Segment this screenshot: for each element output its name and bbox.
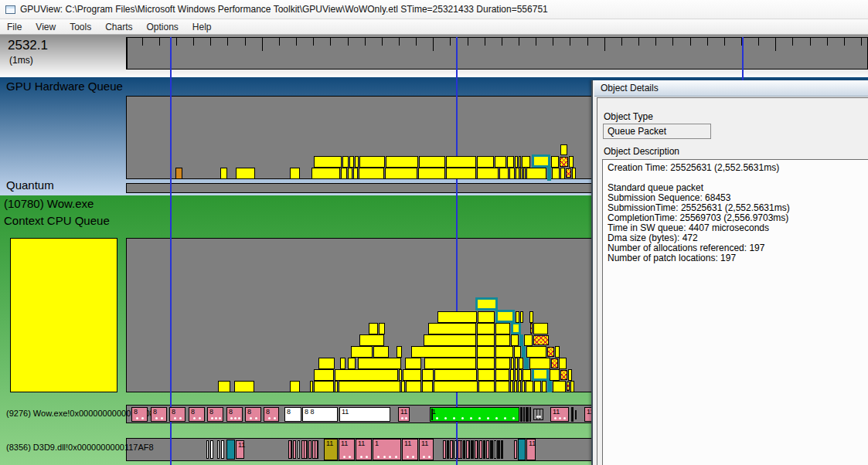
- description-line: Number of patch locations: 197: [603, 253, 868, 263]
- object-type-label: Object Type: [604, 111, 653, 122]
- ruler-tick: [502, 38, 502, 46]
- ruler-tick: [245, 38, 246, 46]
- ruler-tick: [485, 38, 485, 46]
- ruler-tick: [348, 38, 349, 46]
- ruler-tick: [844, 38, 845, 46]
- present-thread-label: (9276) Wow.exe!0x0000000000013208: [6, 409, 155, 418]
- menu-help[interactable]: Help: [186, 20, 219, 34]
- ruler-tick: [553, 38, 553, 46]
- ruler-tick: [638, 38, 639, 46]
- ruler-tick: [724, 38, 725, 46]
- gpuview-window: GPUView: C:\Program Files\Microsoft Wind…: [0, 0, 868, 465]
- menu-bar: File View Tools Charts Options Help: [0, 19, 868, 35]
- ruler-tick: [210, 38, 211, 46]
- ruler-tick: [450, 38, 451, 46]
- ruler-tick: [827, 38, 828, 46]
- object-description-label: Object Description: [604, 146, 679, 157]
- ruler-tick: [672, 38, 673, 46]
- context-cpu-queue-title: Context CPU Queue: [4, 214, 110, 227]
- object-type-field[interactable]: Queue Packet: [603, 124, 711, 139]
- ruler-tick: [621, 38, 622, 46]
- dialog-title-bar[interactable]: Object Details: [594, 80, 868, 97]
- ruler-tick: [758, 38, 759, 46]
- ruler-tick: [365, 38, 366, 46]
- ruler-tick: [399, 38, 400, 46]
- ruler-tick: [655, 38, 656, 46]
- context-cpu-queue-track[interactable]: [126, 238, 592, 392]
- gpu-hardware-queue-track[interactable]: [126, 96, 592, 179]
- ruler-tick: [690, 38, 691, 46]
- quantum-track[interactable]: [126, 183, 592, 193]
- ruler-tick: [707, 38, 708, 46]
- ruler-tick: [587, 38, 588, 46]
- ruler-tick: [792, 38, 793, 46]
- ruler-tick: [536, 38, 536, 46]
- ruler-tick: [193, 38, 194, 46]
- ruler-tick: [519, 38, 519, 46]
- ruler-tick: [262, 38, 263, 51]
- window-title: GPUView: C:\Program Files\Microsoft Wind…: [20, 4, 548, 15]
- timeline-header: 2532.1 (1ms): [0, 35, 868, 77]
- ruler-tick: [296, 38, 297, 46]
- ruler-tick: [570, 38, 570, 46]
- ruler-tick: [810, 38, 811, 46]
- quantum-label: Quantum: [6, 178, 54, 192]
- ruler-tick: [330, 38, 331, 46]
- app-icon: [5, 5, 15, 14]
- menu-options[interactable]: Options: [140, 20, 186, 34]
- ruler-tick: [775, 38, 776, 51]
- timeline-ruler[interactable]: [126, 37, 868, 70]
- ruler-tick: [861, 38, 862, 46]
- object-description-field[interactable]: Creation Time: 25525631 (2,552.5631ms) S…: [602, 159, 868, 465]
- process-color-swatch: [10, 238, 117, 392]
- dialog-client-area: Object Type Queue Packet Object Descript…: [597, 97, 868, 465]
- ruler-tick: [176, 38, 177, 46]
- menu-tools[interactable]: Tools: [63, 20, 98, 34]
- ruler-tick: [604, 38, 605, 51]
- menu-file[interactable]: File: [0, 20, 29, 34]
- menu-charts[interactable]: Charts: [98, 20, 139, 34]
- object-details-dialog: Object Details Object Type Queue Packet …: [591, 80, 868, 465]
- menu-view[interactable]: View: [29, 20, 63, 34]
- ruler-tick: [382, 38, 383, 46]
- ruler-tick: [416, 38, 417, 46]
- process-title: (10780) Wow.exe: [4, 197, 94, 210]
- window-title-bar[interactable]: GPUView: C:\Program Files\Microsoft Wind…: [0, 0, 868, 19]
- ruler-tick: [433, 38, 434, 51]
- ruler-tick: [142, 38, 143, 46]
- timeline-start-label: 2532.1: [8, 38, 48, 53]
- ruler-tick: [741, 38, 742, 46]
- ruler-tick: [313, 38, 314, 46]
- ruler-tick: [159, 38, 160, 46]
- ruler-tick: [279, 38, 280, 46]
- ruler-tick: [468, 38, 468, 46]
- d3d9-thread-track[interactable]: [126, 438, 592, 461]
- timeline-unit-label: (1ms): [9, 55, 33, 66]
- gpu-hardware-queue-title: GPU Hardware Queue: [6, 80, 123, 93]
- present-thread-track[interactable]: [126, 405, 592, 423]
- ruler-tick: [227, 38, 228, 46]
- d3d9-thread-label: (8356) D3D9.dll!0x0000000000117AF8: [6, 443, 154, 452]
- dialog-title: Object Details: [594, 83, 659, 93]
- description-line: Creation Time: 25525631 (2,552.5631ms): [603, 160, 868, 173]
